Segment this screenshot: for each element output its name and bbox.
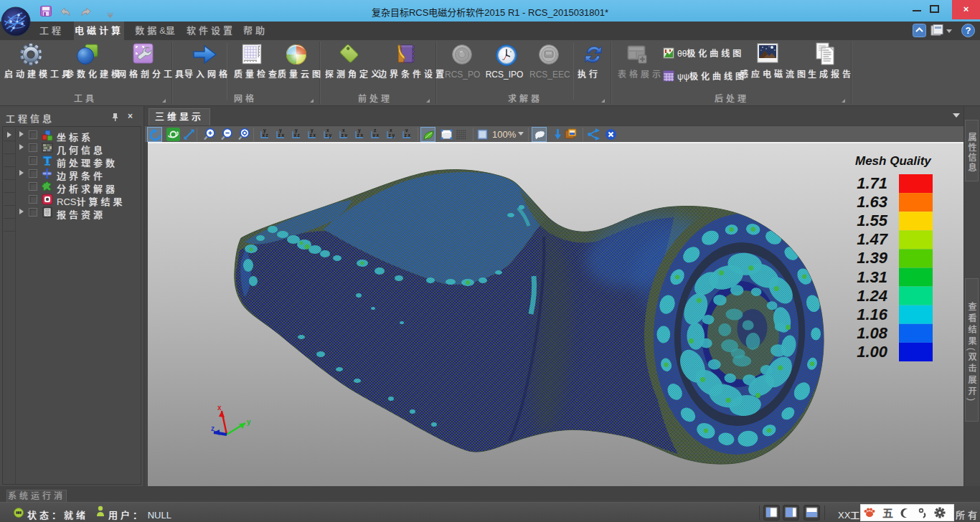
svg-text:z: z [278,133,281,138]
svg-text:z: z [310,133,313,138]
svg-text:y: y [295,128,298,133]
svg-text:x: x [314,133,316,138]
svg-text:x: x [342,128,345,133]
svg-text:五: 五 [882,507,893,519]
svg-text:z: z [357,133,360,138]
svg-text:z: z [298,133,301,138]
svg-text:z: z [326,133,329,138]
svg-text:y: y [392,133,395,138]
svg-text:1.39: 1.39 [857,249,888,267]
svg-text:y: y [358,128,361,133]
svg-text:x: x [263,133,265,138]
svg-text:v: v [405,128,408,133]
svg-text:x: x [294,133,297,138]
svg-text:y: y [279,128,282,133]
svg-text:y: y [329,133,332,138]
svg-text:z: z [341,133,344,138]
svg-text:1.00: 1.00 [857,343,888,361]
svg-text:x: x [282,133,285,138]
svg-text:1.31: 1.31 [857,268,887,286]
svg-text:z: z [405,133,407,138]
svg-text:1.08: 1.08 [857,324,888,342]
svg-text:v: v [345,133,348,138]
svg-text:x: x [408,133,411,138]
svg-text:x: x [390,128,392,133]
svg-text:1.24: 1.24 [857,287,887,305]
svg-text:?: ? [966,25,971,36]
svg-text:v: v [373,133,376,138]
svg-text:z: z [211,424,215,432]
svg-text:z: z [389,133,392,138]
svg-text:x: x [377,133,380,138]
svg-text:x: x [361,133,364,138]
svg-text:1.71: 1.71 [857,174,887,192]
svg-text:1.55: 1.55 [857,212,888,229]
svg-text:x: x [217,404,222,412]
svg-text:y: y [247,418,251,426]
svg-text:y: y [311,128,314,133]
svg-text:Mesh Quality: Mesh Quality [855,154,932,168]
svg-text:y: y [263,128,266,133]
svg-text:z: z [266,133,269,138]
svg-text:1.16: 1.16 [857,305,888,323]
svg-text:z: z [374,128,377,133]
svg-text:1.63: 1.63 [857,193,887,211]
svg-text:x: x [326,128,329,133]
svg-text:1.47: 1.47 [857,230,889,248]
